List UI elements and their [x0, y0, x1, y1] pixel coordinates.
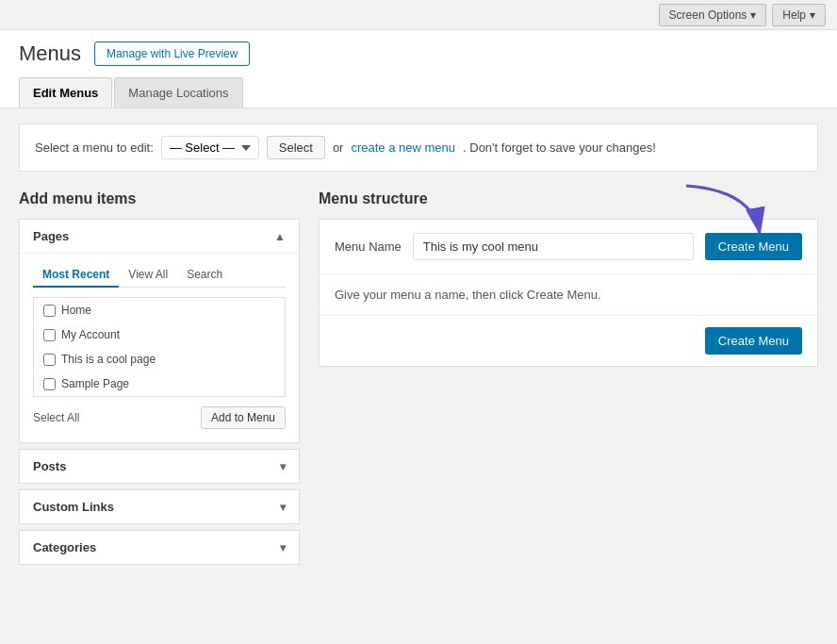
- tab-most-recent[interactable]: Most Recent: [33, 263, 119, 288]
- pages-panel-arrow: ▲: [274, 230, 286, 243]
- list-item: My Account: [34, 322, 285, 347]
- top-bar: Screen Options ▾ Help ▾: [0, 0, 837, 30]
- create-new-menu-link[interactable]: create a new menu: [351, 140, 455, 155]
- categories-panel: Categories ▾: [19, 530, 300, 565]
- menu-structure-title: Menu structure: [319, 190, 818, 207]
- pages-panel-content: Most Recent View All Search Home My Acco…: [20, 253, 299, 442]
- list-item: This is a cool page: [34, 347, 285, 372]
- page-label-cool-page: This is a cool page: [61, 353, 156, 366]
- page-checkbox-sample-page[interactable]: [43, 378, 56, 390]
- menu-footer: Create Menu: [320, 315, 817, 366]
- tab-manage-locations[interactable]: Manage Locations: [114, 77, 242, 107]
- categories-panel-header[interactable]: Categories ▾: [20, 531, 299, 564]
- page-checkbox-cool-page[interactable]: [43, 354, 56, 366]
- pages-panel-label: Pages: [33, 229, 69, 243]
- select-bar-suffix: . Don't forget to save your changes!: [463, 140, 656, 155]
- right-column: Menu structure Menu Name Create Menu Giv…: [319, 190, 818, 367]
- list-footer: Select All Add to Menu: [33, 406, 286, 429]
- posts-panel: Posts ▾: [19, 449, 300, 484]
- page-title-row: Menus Manage with Live Preview: [19, 41, 818, 66]
- add-to-menu-button[interactable]: Add to Menu: [201, 406, 286, 429]
- categories-arrow: ▾: [280, 541, 286, 554]
- page-label-sample-page: Sample Page: [61, 377, 129, 390]
- custom-links-panel-header[interactable]: Custom Links ▾: [20, 490, 299, 523]
- posts-panel-header[interactable]: Posts ▾: [20, 450, 299, 483]
- page-title: Menus: [19, 41, 81, 66]
- pages-inner-tabs: Most Recent View All Search: [33, 263, 286, 288]
- page-checkbox-my-account[interactable]: [43, 329, 56, 341]
- menu-name-row: Menu Name Create Menu: [320, 220, 817, 274]
- live-preview-button[interactable]: Manage with Live Preview: [94, 41, 250, 66]
- pages-list: Home My Account This is a cool page: [33, 297, 286, 397]
- menu-structure-box: Menu Name Create Menu Give your menu a n…: [319, 219, 818, 367]
- select-menu-bar: Select a menu to edit: — Select — Select…: [19, 124, 818, 172]
- custom-links-panel: Custom Links ▾: [19, 489, 300, 524]
- tabs: Edit Menus Manage Locations: [19, 77, 818, 107]
- or-text: or: [333, 140, 344, 155]
- help-label: Help: [782, 8, 806, 22]
- list-item: Home: [34, 298, 285, 322]
- tab-view-all[interactable]: View All: [119, 263, 177, 288]
- page-label-home: Home: [61, 304, 91, 317]
- menu-name-label: Menu Name: [335, 239, 402, 254]
- posts-panel-arrow: ▾: [280, 460, 286, 473]
- select-all-link[interactable]: Select All: [33, 411, 79, 424]
- main-content: Select a menu to edit: — Select — Select…: [0, 108, 837, 586]
- pages-panel: Pages ▲ Most Recent View All Search Home: [19, 219, 300, 443]
- menu-select-dropdown[interactable]: — Select —: [161, 136, 259, 159]
- custom-links-arrow: ▾: [280, 501, 286, 514]
- two-column-layout: Add menu items Pages ▲ Most Recent View …: [19, 190, 818, 570]
- create-menu-button-top[interactable]: Create Menu: [705, 233, 802, 260]
- help-arrow: ▾: [810, 8, 815, 22]
- screen-options-arrow: ▾: [750, 8, 756, 22]
- list-item: Sample Page: [34, 372, 285, 396]
- create-menu-button-bottom[interactable]: Create Menu: [705, 327, 802, 355]
- tab-search[interactable]: Search: [177, 263, 232, 288]
- page-header: Menus Manage with Live Preview Edit Menu…: [0, 30, 837, 108]
- pages-panel-header[interactable]: Pages ▲: [20, 220, 299, 253]
- custom-links-label: Custom Links: [33, 500, 114, 514]
- help-button[interactable]: Help ▾: [772, 4, 826, 26]
- screen-options-label: Screen Options: [669, 8, 747, 22]
- menu-name-input[interactable]: [413, 233, 694, 260]
- page-label-my-account: My Account: [61, 328, 120, 341]
- select-menu-button[interactable]: Select: [267, 136, 325, 159]
- posts-panel-label: Posts: [33, 459, 66, 473]
- left-column: Add menu items Pages ▲ Most Recent View …: [19, 190, 300, 570]
- categories-label: Categories: [33, 540, 96, 554]
- add-menu-items-title: Add menu items: [19, 190, 300, 207]
- screen-options-button[interactable]: Screen Options ▾: [659, 4, 767, 26]
- select-menu-label: Select a menu to edit:: [35, 140, 154, 155]
- page-checkbox-home[interactable]: [43, 305, 56, 317]
- tab-edit-menus[interactable]: Edit Menus: [19, 77, 112, 107]
- menu-instructions: Give your menu a name, then click Create…: [320, 274, 817, 315]
